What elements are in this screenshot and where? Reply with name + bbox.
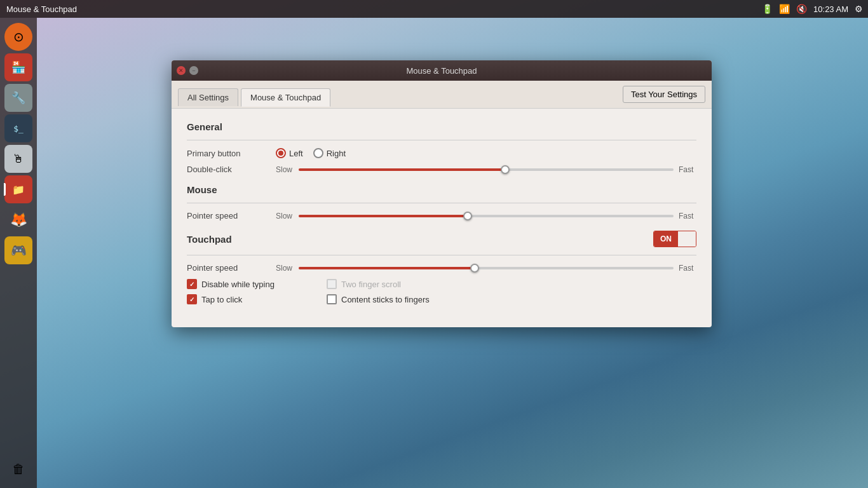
mouse-icon: 🖱 (13, 152, 24, 166)
checkbox-tap-to-click-box: ✓ (187, 294, 197, 304)
general-title: General (187, 121, 696, 132)
sidebar-item-mouse[interactable]: 🖱 (4, 145, 32, 173)
touchpad-speed-fast-label: Fast (679, 264, 696, 273)
double-click-fast-label: Fast (679, 165, 696, 174)
battery-icon: 🔋 (762, 4, 773, 14)
ubuntu-icon: ⊙ (13, 29, 24, 44)
mouse-speed-row: Pointer speed Slow Fast (187, 211, 696, 220)
mouse-title: Mouse (187, 184, 696, 195)
appstore-icon: 🏪 (11, 60, 25, 74)
sidebar-item-ubuntu[interactable]: ⊙ (4, 23, 32, 51)
touchpad-divider (187, 255, 696, 255)
radio-left-inner (278, 151, 283, 156)
mouse-speed-label: Pointer speed (187, 211, 276, 220)
close-button[interactable]: ✕ (177, 66, 186, 75)
files-icon: 📁 (12, 184, 25, 196)
radio-left-label: Left (289, 149, 303, 158)
mouse-section: Mouse Pointer speed Slow Fast (187, 184, 696, 220)
touchpad-title: Touchpad (187, 234, 232, 245)
touchpad-speed-slider[interactable] (299, 267, 674, 269)
double-click-thumb[interactable] (501, 165, 510, 174)
radio-left[interactable]: Left (276, 148, 303, 158)
double-click-slider[interactable] (299, 168, 674, 171)
tab-all-settings[interactable]: All Settings (178, 88, 238, 106)
checkbox-tap-to-click-label: Tap to click (201, 295, 242, 304)
radio-right-outer (313, 148, 323, 158)
sidebar-item-game[interactable]: 🎮 (4, 236, 32, 264)
mouse-speed-thumb[interactable] (463, 212, 472, 220)
firefox-icon: 🦊 (10, 212, 27, 228)
dialog-content: General Primary button Left (172, 109, 712, 327)
tab-bar: All Settings Mouse & Touchpad Test Your … (172, 81, 712, 109)
radio-left-outer (276, 148, 286, 158)
mouse-speed-fill (299, 215, 468, 217)
touchpad-speed-label: Pointer speed (187, 263, 276, 273)
checkbox-two-finger-scroll-box (327, 279, 337, 289)
touchpad-speed-fill (299, 267, 475, 269)
sidebar-item-files[interactable]: 📁 (4, 175, 32, 203)
minimize-button[interactable]: − (189, 66, 198, 75)
touchpad-speed-thumb[interactable] (470, 264, 479, 273)
double-click-label: Double-click (187, 165, 276, 174)
sidebar-item-firefox[interactable]: 🦊 (4, 206, 32, 234)
test-settings-button[interactable]: Test Your Settings (623, 86, 705, 103)
checkbox-two-finger-scroll-label: Two finger scroll (341, 280, 401, 289)
touchpad-header: Touchpad ON (187, 231, 696, 247)
topbar: Mouse & Touchpad 🔋 📶 🔇 10:23 AM ⚙ (0, 0, 868, 18)
active-indicator (4, 183, 6, 196)
general-section: General Primary button Left (187, 121, 696, 174)
mouse-divider (187, 203, 696, 203)
checkbox-disable-typing-check: ✓ (189, 281, 194, 288)
dialog-window: ✕ − Mouse & Touchpad All Settings Mouse … (172, 60, 712, 327)
general-divider (187, 140, 696, 140)
checkbox-content-sticks[interactable]: Content sticks to fingers (327, 294, 454, 304)
checkbox-disable-typing-label: Disable while typing (201, 280, 275, 289)
wifi-icon: 📶 (779, 4, 790, 14)
toggle-on-label: ON (654, 231, 678, 247)
touchpad-checkboxes: ✓ Disable while typing Two finger scroll… (187, 279, 696, 304)
double-click-slow-label: Slow (276, 165, 294, 174)
trash-icon: 🗑 (12, 462, 25, 477)
toggle-off-label (678, 231, 696, 247)
checkbox-tap-to-click-check: ✓ (189, 296, 194, 303)
sidebar-item-terminal[interactable]: $_ (4, 114, 32, 142)
sidebar: ⊙ 🏪 🔧 $_ 🖱 📁 🦊 🎮 🗑 (0, 18, 37, 488)
touchpad-speed-slow-label: Slow (276, 264, 294, 273)
wrench-icon: 🔧 (11, 91, 25, 105)
touchpad-toggle[interactable]: ON (653, 231, 696, 247)
touchpad-speed-slider-container: Slow Fast (276, 264, 696, 273)
checkbox-tap-to-click[interactable]: ✓ Tap to click (187, 294, 314, 304)
topbar-title: Mouse & Touchpad (6, 4, 77, 14)
primary-button-radio-group: Left Right (276, 148, 346, 158)
desktop: Mouse & Touchpad 🔋 📶 🔇 10:23 AM ⚙ ⊙ 🏪 🔧 … (0, 0, 868, 488)
power-icon: ⚙ (855, 4, 863, 14)
touchpad-speed-row: Pointer speed Slow Fast (187, 263, 696, 273)
topbar-right: 🔋 📶 🔇 10:23 AM ⚙ (762, 4, 863, 14)
checkbox-content-sticks-label: Content sticks to fingers (341, 295, 430, 304)
sidebar-item-settings[interactable]: 🔧 (4, 84, 32, 112)
tab-mouse-touchpad[interactable]: Mouse & Touchpad (241, 88, 330, 107)
game-icon: 🎮 (11, 243, 27, 258)
system-time: 10:23 AM (813, 4, 848, 14)
dialog-titlebar: ✕ − Mouse & Touchpad (172, 60, 712, 81)
checkbox-content-sticks-box (327, 294, 337, 304)
sidebar-item-appstore[interactable]: 🏪 (4, 53, 32, 81)
mouse-speed-fast-label: Fast (679, 212, 696, 220)
mouse-speed-slider[interactable] (299, 215, 674, 217)
mouse-speed-slider-container: Slow Fast (276, 212, 696, 220)
checkbox-disable-typing[interactable]: ✓ Disable while typing (187, 279, 314, 289)
radio-right[interactable]: Right (313, 148, 346, 158)
dialog-title: Mouse & Touchpad (202, 66, 681, 76)
primary-button-row: Primary button Left Right (187, 148, 696, 158)
touchpad-section: Touchpad ON Pointer speed Slow (187, 231, 696, 304)
checkbox-disable-typing-box: ✓ (187, 279, 197, 289)
double-click-fill (299, 168, 505, 171)
sidebar-item-trash[interactable]: 🗑 (4, 455, 32, 483)
double-click-slider-container: Slow Fast (276, 165, 696, 174)
double-click-row: Double-click Slow Fast (187, 165, 696, 174)
terminal-icon: $_ (13, 124, 24, 133)
primary-button-label: Primary button (187, 149, 276, 158)
checkbox-two-finger-scroll[interactable]: Two finger scroll (327, 279, 454, 289)
tabs-container: All Settings Mouse & Touchpad (178, 88, 330, 106)
volume-icon: 🔇 (796, 4, 807, 14)
